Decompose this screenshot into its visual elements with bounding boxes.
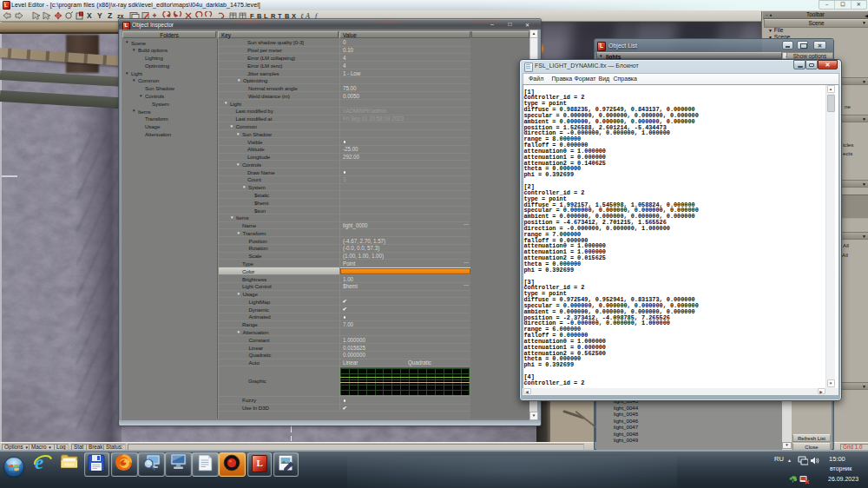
svg-text:zx: zx bbox=[117, 13, 124, 19]
svg-text:Z: Z bbox=[108, 11, 112, 20]
svg-text:Y: Y bbox=[97, 11, 102, 20]
svg-text:X: X bbox=[87, 11, 92, 20]
